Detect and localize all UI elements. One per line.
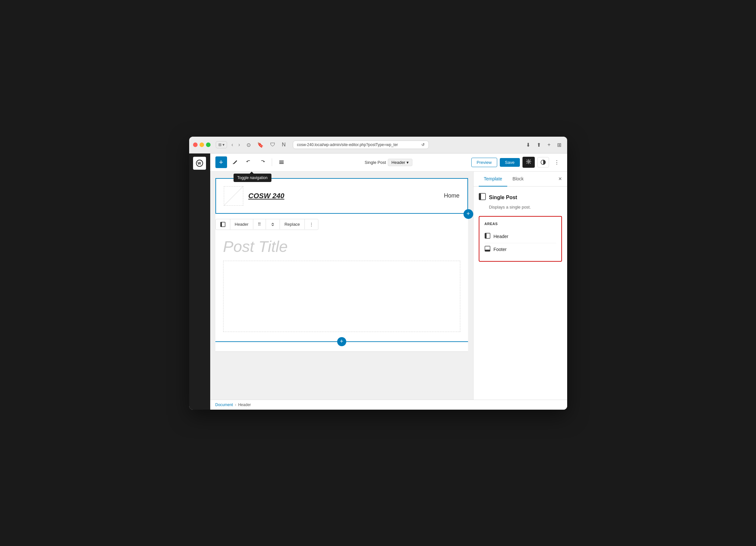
maximize-button[interactable] [206,142,211,147]
block-toolbar: Header ⠿ Replace ⋮ [215,219,318,230]
close-button[interactable] [193,142,198,147]
areas-box: AREAS Header Foot [479,216,562,262]
svg-rect-12 [485,233,487,238]
header-area-icon [485,233,490,240]
wp-sidebar: W [189,154,210,410]
redo-button[interactable] [257,157,268,167]
svg-rect-3 [279,162,284,163]
block-name-label: Header [230,219,254,229]
toolbar-center: Single Post Header ▾ [365,159,412,166]
browser-nav: ‹ › [230,141,242,149]
canvas-area: COSW 240 Home + Header [210,172,473,400]
bookmark-btn[interactable]: 🔖 [255,141,266,149]
footer-area-icon [485,246,490,253]
tab-block[interactable]: Block [507,172,529,187]
svg-rect-8 [221,222,222,227]
edit-tool-button[interactable] [230,157,241,167]
template-icon [479,193,486,202]
breadcrumb: Document › Header [210,400,567,410]
svg-rect-2 [279,161,284,161]
save-button[interactable]: Save [500,158,520,167]
template-desc: Displays a single post. [479,205,562,210]
post-title: Post Title [215,233,468,258]
svg-text:W: W [198,161,201,165]
add-block-button[interactable]: + [215,156,227,168]
chevron-down-icon: ▾ [407,160,409,165]
post-label: Single Post [365,160,386,165]
header-badge[interactable]: Header ▾ [388,159,413,166]
header-block[interactable]: COSW 240 Home + [215,178,468,214]
breadcrumb-document[interactable]: Document [215,403,233,407]
more-options-button[interactable]: ⋮ [552,157,562,167]
panel-body: Single Post Displays a single post. AREA… [474,187,567,400]
address-bar[interactable]: cosw-240.local/wp-admin/site-editor.php?… [293,141,429,149]
right-panel: Template Block × Single Post Displays a … [473,172,567,400]
area-item-header[interactable]: Header [485,230,556,243]
main-area: + Single Post Header [210,154,567,410]
sidebar-toggle-btn[interactable]: ⊞ ▾ [216,141,227,148]
traffic-lights [193,142,211,147]
browser-window: ⊞ ▾ ‹ › ⊙ 🔖 🛡 N cosw-240.local/wp-admin/… [189,137,567,410]
settings-button[interactable] [522,157,535,168]
site-title: COSW 240 [248,192,284,200]
tooltip: Toggle navigation [234,174,271,182]
wp-logo[interactable]: W [193,157,206,170]
shield-icon-btn[interactable]: 🛡 [268,141,277,149]
breadcrumb-separator: › [235,403,236,407]
tab-template[interactable]: Template [479,172,508,187]
forward-btn[interactable]: › [236,141,242,149]
svg-point-5 [528,161,529,163]
download-btn[interactable]: ⬇ [524,141,532,149]
template-name: Single Post [489,195,517,200]
panel-close-button[interactable]: × [558,176,562,182]
contrast-button[interactable] [537,157,549,167]
move-up-down-button[interactable] [266,220,280,229]
minimize-button[interactable] [200,142,204,147]
extensions-btn[interactable]: ⊙ [245,141,253,149]
replace-button[interactable]: Replace [280,219,305,229]
editor-canvas: COSW 240 Home + Header [215,178,468,352]
more-icon: ⋮ [309,222,314,227]
content-placeholder [223,261,460,332]
titlebar: ⊞ ▾ ‹ › ⊙ 🔖 🛡 N cosw-240.local/wp-admin/… [189,137,567,154]
inserter-bar-right [346,341,468,342]
toolbar-right: Preview Save ⋮ [471,157,562,168]
drag-icon: ⠿ [258,222,261,227]
template-title-row: Single Post [479,193,562,202]
address-text: cosw-240.local/wp-admin/site-editor.php?… [297,142,419,147]
svg-rect-14 [485,250,490,251]
svg-rect-4 [279,163,284,164]
svg-rect-10 [479,193,481,200]
block-inserter-line: + [215,337,468,346]
grid-btn[interactable]: ⊞ [555,141,563,149]
undo-button[interactable] [243,157,254,167]
breadcrumb-current: Header [238,403,251,407]
areas-label: AREAS [485,222,556,226]
drag-handle[interactable]: ⠿ [253,219,266,229]
header-left: COSW 240 [224,186,284,206]
toolbar-separator [272,158,272,166]
block-type-icon [216,219,230,230]
top-toolbar: + Single Post Header [210,154,567,172]
reload-icon[interactable]: ↺ [421,142,425,147]
block-more-options[interactable]: ⋮ [305,219,318,229]
add-block-in-header-button[interactable]: + [464,209,473,219]
insert-block-button[interactable]: + [337,337,346,346]
new-tab-btn[interactable]: + [545,141,552,149]
inserter-bar-left [215,341,337,342]
list-view-button[interactable] [276,157,287,167]
logo-placeholder [224,186,243,206]
area-item-footer[interactable]: Footer [485,243,556,256]
preview-button[interactable]: Preview [471,158,497,167]
notion-btn[interactable]: N [280,141,288,149]
titlebar-right-buttons: ⬇ ⬆ + ⊞ [524,141,563,149]
editor: W + [189,154,567,410]
sidebar-icon: ⊞ [218,142,222,147]
share-btn[interactable]: ⬆ [535,141,543,149]
panel-tabs: Template Block × [474,172,567,187]
bottom-divider [215,351,468,352]
back-btn[interactable]: ‹ [230,141,235,149]
header-area-name: Header [494,234,509,239]
sidebar-chevron: ▾ [223,142,224,147]
footer-area-name: Footer [494,247,507,252]
